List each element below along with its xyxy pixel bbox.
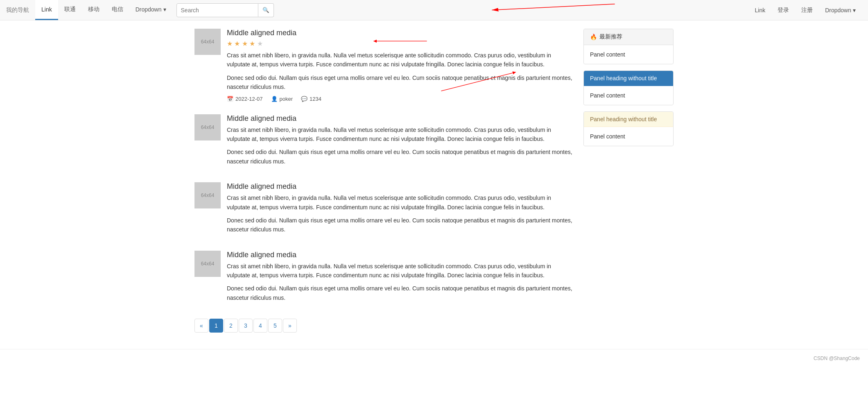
panel-primary-heading: Panel heading without title	[584, 71, 673, 86]
search-input[interactable]	[176, 3, 258, 17]
pagination: « 1 2 3 4 5 »	[194, 319, 575, 333]
chevron-down-icon: ▾	[163, 6, 166, 13]
media-body-2: Middle aligned media Cras sit amet nibh …	[227, 114, 575, 170]
page-2[interactable]: 2	[224, 319, 238, 333]
nav-dropdown-left[interactable]: Dropdown ▾	[129, 0, 172, 20]
meta-user-1: 👤 poker	[271, 96, 293, 102]
user-icon: 👤	[271, 96, 278, 102]
search-button[interactable]: 🔍	[258, 3, 274, 17]
nav-link-item[interactable]: Link	[35, 0, 58, 20]
star-4: ★	[249, 40, 255, 47]
panel-latest-body: Panel content	[584, 45, 673, 64]
nav-dropdown-right[interactable]: Dropdown ▾	[819, 0, 862, 20]
media-title-1: Middle aligned media	[227, 29, 575, 37]
media-item-1: 64x64 Middle aligned media ★ ★ ★ ★ ★ Cra…	[194, 29, 575, 102]
footer-text: CSDN @ShangCode	[814, 356, 860, 361]
media-text1-2: Cras sit amet nibh libero, in gravida nu…	[227, 125, 575, 144]
media-text2-4: Donec sed odio dui. Nullam quis risus eg…	[227, 284, 575, 302]
meta-date-1: 📅 2022-12-07	[227, 96, 263, 102]
media-thumbnail-1: 64x64	[194, 29, 221, 55]
panel-warning-heading: Panel heading without title	[584, 112, 673, 127]
panel-latest-heading: 🔥 最新推荐	[584, 29, 673, 45]
nav-right-login[interactable]: 登录	[771, 0, 795, 20]
media-title-2: Middle aligned media	[227, 114, 575, 123]
nav-link-yidong[interactable]: 移动	[82, 0, 106, 20]
page-4[interactable]: 4	[253, 319, 267, 333]
navbar: 我的导航 Link 联通 移动 电信 Dropdown ▾ 🔍 Link 登录 …	[0, 0, 868, 20]
page-3[interactable]: 3	[239, 319, 253, 333]
media-text1-4: Cras sit amet nibh libero, in gravida nu…	[227, 262, 575, 280]
comment-icon: 💬	[301, 96, 307, 102]
media-thumbnail-2: 64x64	[194, 114, 221, 140]
media-body-1: Middle aligned media ★ ★ ★ ★ ★ Cras sit …	[227, 29, 575, 102]
media-body-4: Middle aligned media Cras sit amet nibh …	[227, 251, 575, 307]
panel-warning-title: Panel heading without title	[590, 116, 657, 122]
star-2: ★	[234, 40, 240, 47]
navbar-left: Link 联通 移动 电信 Dropdown ▾ 🔍	[35, 0, 274, 20]
fire-icon: 🔥	[590, 34, 597, 40]
media-title-4: Middle aligned media	[227, 251, 575, 259]
panel-warning-body: Panel content	[584, 127, 673, 146]
media-item-2: 64x64 Middle aligned media Cras sit amet…	[194, 114, 575, 170]
media-text2-1: Donec sed odio dui. Nullam quis risus eg…	[227, 73, 575, 92]
page-prev[interactable]: «	[194, 319, 208, 333]
media-body-3: Middle aligned media Cras sit amet nibh …	[227, 182, 575, 238]
nav-right-register[interactable]: 注册	[795, 0, 819, 20]
media-title-3: Middle aligned media	[227, 182, 575, 191]
panel-warning: Panel heading without title Panel conten…	[583, 111, 674, 146]
media-text2-3: Donec sed odio dui. Nullam quis risus eg…	[227, 216, 575, 234]
media-text2-2: Donec sed odio dui. Nullam quis risus eg…	[227, 147, 575, 166]
panel-latest-title: 最新推荐	[599, 33, 622, 41]
media-thumbnail-3: 64x64	[194, 182, 221, 208]
navbar-right: Link 登录 注册 Dropdown ▾	[748, 0, 862, 20]
media-item-3: 64x64 Middle aligned media Cras sit amet…	[194, 182, 575, 238]
nav-link-dianxin[interactable]: 电信	[106, 0, 129, 20]
search-form: 🔍	[176, 3, 274, 17]
sidebar: 🔥 最新推荐 Panel content Panel heading witho…	[583, 29, 674, 333]
main-container: 64x64 Middle aligned media ★ ★ ★ ★ ★ Cra…	[188, 20, 680, 341]
page-footer: CSDN @ShangCode	[0, 349, 868, 367]
panel-primary-title: Panel heading without title	[590, 75, 657, 82]
media-thumbnail-4: 64x64	[194, 251, 221, 277]
media-item-4: 64x64 Middle aligned media Cras sit amet…	[194, 251, 575, 307]
content-area: 64x64 Middle aligned media ★ ★ ★ ★ ★ Cra…	[194, 29, 575, 333]
nav-link-liantong[interactable]: 联通	[58, 0, 82, 20]
star-5: ★	[257, 40, 263, 47]
star-1: ★	[227, 40, 233, 47]
page-1[interactable]: 1	[209, 319, 223, 333]
calendar-icon: 📅	[227, 96, 233, 102]
navbar-brand[interactable]: 我的导航	[6, 0, 35, 20]
media-meta-1: 📅 2022-12-07 👤 poker 💬 1234	[227, 96, 575, 102]
chevron-down-icon: ▾	[853, 7, 856, 14]
star-3: ★	[242, 40, 248, 47]
panel-primary-body: Panel content	[584, 86, 673, 105]
panel-latest: 🔥 最新推荐 Panel content	[583, 29, 674, 64]
nav-right-link[interactable]: Link	[748, 0, 771, 20]
svg-line-0	[492, 4, 615, 10]
meta-comments-1: 💬 1234	[301, 96, 321, 102]
search-icon: 🔍	[262, 7, 269, 13]
media-text1-1: Cras sit amet nibh libero, in gravida nu…	[227, 51, 575, 69]
page-next[interactable]: »	[283, 319, 297, 333]
star-rating-1: ★ ★ ★ ★ ★	[227, 40, 575, 48]
media-text1-3: Cras sit amet nibh libero, in gravida nu…	[227, 193, 575, 212]
panel-primary: Panel heading without title Panel conten…	[583, 70, 674, 105]
page-5[interactable]: 5	[268, 319, 282, 333]
